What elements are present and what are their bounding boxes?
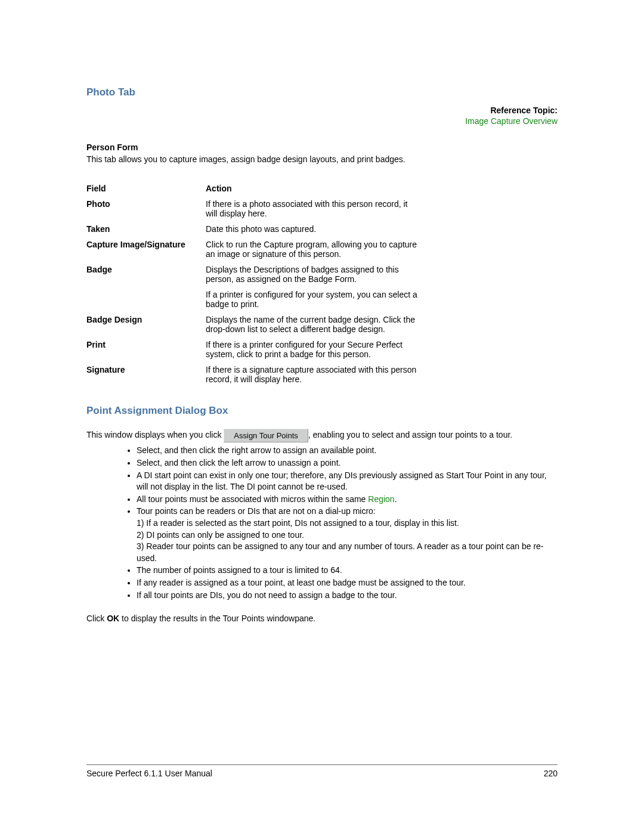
section-title: Point Assignment Dialog Box xyxy=(86,405,558,417)
list-text-sub: 3) Reader tour points can be assigned to… xyxy=(137,541,544,563)
field-action: Displays the Descriptions of badges assi… xyxy=(206,263,426,288)
list-item: If all tour points are DIs, you do not n… xyxy=(137,590,558,602)
person-form-subhead: Person Form xyxy=(86,143,558,152)
bullet-list: Select, and then click the right arrow t… xyxy=(86,445,558,601)
field-label: Badge Design xyxy=(86,313,206,338)
field-action: If there is a printer configured for you… xyxy=(206,338,426,363)
field-label: Print xyxy=(86,338,206,363)
point-assignment-section: Point Assignment Dialog Box This window … xyxy=(86,405,558,624)
table-row: Taken Date this photo was captured. xyxy=(86,222,426,238)
table-row: If a printer is configured for your syst… xyxy=(86,288,426,313)
table-header-field: Field xyxy=(86,182,206,197)
field-label xyxy=(86,288,206,313)
field-label: Badge xyxy=(86,263,206,288)
intro-text: This tab allows you to capture images, a… xyxy=(86,154,558,165)
fields-table: Field Action Photo If there is a photo a… xyxy=(86,182,426,388)
reference-block: Reference Topic: Image Capture Overview xyxy=(86,106,558,126)
field-action: If there is a photo associated with this… xyxy=(206,197,426,222)
section-title: Photo Tab xyxy=(86,86,558,98)
field-label: Taken xyxy=(86,222,206,238)
table-header-action: Action xyxy=(206,182,426,197)
list-text: Tour points can be readers or DIs that a… xyxy=(137,506,376,516)
intro-paragraph: This window displays when you click Assi… xyxy=(86,429,558,443)
list-text-sub: 2) DI points can only be assigned to one… xyxy=(137,530,304,540)
list-item: The number of points assigned to a tour … xyxy=(137,565,558,577)
field-label: Photo xyxy=(86,197,206,222)
para-text: This window displays when you click xyxy=(86,430,224,439)
list-item: A DI start point can exist in only one t… xyxy=(137,470,558,493)
final-paragraph: Click OK to display the results in the T… xyxy=(86,613,558,624)
list-item: If any reader is assigned as a tour poin… xyxy=(137,577,558,589)
field-action: If there is a signature capture associat… xyxy=(206,363,426,388)
table-row: Badge Displays the Descriptions of badge… xyxy=(86,263,426,288)
field-label: Capture Image/Signature xyxy=(86,238,206,263)
table-row: Capture Image/Signature Click to run the… xyxy=(86,238,426,263)
final-text: Click xyxy=(86,614,107,623)
table-row: Photo If there is a photo associated wit… xyxy=(86,197,426,222)
region-link[interactable]: Region xyxy=(368,494,394,504)
para-text: , enabling you to select and assign tour… xyxy=(308,430,512,439)
footer-left: Secure Perfect 6.1.1 User Manual xyxy=(86,769,212,778)
reference-label: Reference Topic: xyxy=(86,106,558,115)
photo-tab-section: Photo Tab Reference Topic: Image Capture… xyxy=(86,86,558,388)
field-action: Date this photo was captured. xyxy=(206,222,426,238)
table-row: Print If there is a printer configured f… xyxy=(86,338,426,363)
field-action: Displays the name of the current badge d… xyxy=(206,313,426,338)
footer-right: 220 xyxy=(544,769,558,778)
page-footer: Secure Perfect 6.1.1 User Manual 220 xyxy=(86,764,558,778)
final-text: to display the results in the Tour Point… xyxy=(119,614,315,623)
table-row: Badge Design Displays the name of the cu… xyxy=(86,313,426,338)
table-row: Signature If there is a signature captur… xyxy=(86,363,426,388)
reference-link[interactable]: Image Capture Overview xyxy=(86,116,558,126)
field-action: If a printer is configured for your syst… xyxy=(206,288,426,313)
list-item: All tour points must be associated with … xyxy=(137,494,558,506)
ok-text: OK xyxy=(107,614,119,623)
field-label: Signature xyxy=(86,363,206,388)
list-item: Select, and then click the right arrow t… xyxy=(137,445,558,457)
list-text-sub: 1) If a reader is selected as the start … xyxy=(137,518,459,528)
list-text: . xyxy=(395,494,397,504)
assign-tour-points-button[interactable]: Assign Tour Points xyxy=(224,429,308,443)
list-item: Select, and then click the left arrow to… xyxy=(137,457,558,469)
table-header-row: Field Action xyxy=(86,182,426,197)
list-text: All tour points must be associated with … xyxy=(137,494,368,504)
list-item: Tour points can be readers or DIs that a… xyxy=(137,506,558,564)
field-action: Click to run the Capture program, allowi… xyxy=(206,238,426,263)
